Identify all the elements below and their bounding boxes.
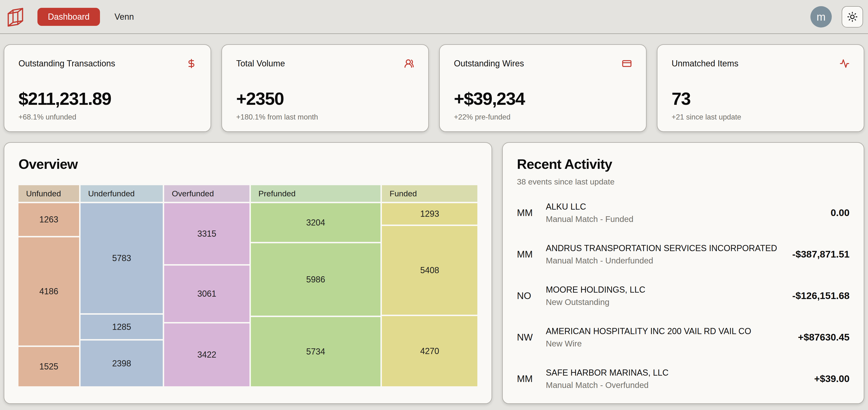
activity-icon xyxy=(840,59,849,68)
treemap-cell[interactable]: 5783 xyxy=(81,203,163,313)
activity-amount: +$39.00 xyxy=(814,373,849,384)
avatar[interactable]: m xyxy=(810,6,832,28)
activity-company-name: ALKU LLC xyxy=(546,202,821,212)
stat-card-subtext: +180.1% from last month xyxy=(236,113,414,121)
nav-venn-link[interactable]: Venn xyxy=(115,12,134,22)
stat-card: Total Volume+2350+180.1% from last month xyxy=(221,45,429,132)
activity-status: New Wire xyxy=(546,339,788,348)
activity-company-name: MOORE HOLDINGS, LLC xyxy=(546,285,783,295)
activity-item-main: SAFE HARBOR MARINAS, LLCManual Match - O… xyxy=(546,368,814,390)
credit-card-icon xyxy=(622,59,632,68)
stat-card-subtext: +21 since last update xyxy=(672,113,849,121)
app-logo-icon xyxy=(5,7,25,27)
overview-treemap: Unfunded126341861525Underfunded578312852… xyxy=(19,185,477,386)
recent-activity-panel: Recent Activity 38 events since last upd… xyxy=(502,142,864,404)
treemap-column-unfunded: Unfunded126341861525 xyxy=(19,185,79,386)
activity-list: MMALKU LLCManual Match - Funded0.00MMAND… xyxy=(517,192,849,400)
treemap-cell[interactable]: 5408 xyxy=(382,226,477,315)
treemap-cell[interactable]: 4186 xyxy=(19,237,79,346)
activity-item[interactable]: NWAMERICAN HOSPITALITY INC 200 VAIL RD V… xyxy=(517,317,849,358)
stat-card: Unmatched Items73+21 since last update xyxy=(657,45,864,132)
stat-card-value: +2350 xyxy=(236,88,414,109)
treemap-column-overfunded: Overfunded331530613422 xyxy=(164,185,249,386)
overview-panel: Overview Unfunded126341861525Underfunded… xyxy=(4,142,492,404)
treemap-cell[interactable]: 3204 xyxy=(251,203,381,242)
activity-type-badge: NO xyxy=(517,291,546,301)
main-content: Outstanding Transactions$211,231.89+68.1… xyxy=(0,34,868,404)
activity-amount: +$87630.45 xyxy=(798,332,849,343)
treemap-cell[interactable]: 4270 xyxy=(382,316,477,386)
stat-card-value: $211,231.89 xyxy=(19,88,196,109)
treemap-column-prefunded: Prefunded320459865734 xyxy=(251,185,381,386)
activity-item-main: ANDRUS TRANSPORTATION SERVICES INCORPORA… xyxy=(546,243,792,265)
treemap-cell[interactable]: 1285 xyxy=(81,315,163,339)
activity-item-main: AMERICAN HOSPITALITY INC 200 VAIL RD VAI… xyxy=(546,326,798,348)
stat-card: Outstanding Transactions$211,231.89+68.1… xyxy=(4,45,211,132)
treemap-cell[interactable]: 5986 xyxy=(251,243,381,316)
panels-row: Overview Unfunded126341861525Underfunded… xyxy=(4,142,864,404)
treemap-cell[interactable]: 3061 xyxy=(164,266,249,322)
treemap-column-header: Underfunded xyxy=(81,185,163,202)
activity-type-badge: MM xyxy=(517,249,546,260)
stat-card-title: Outstanding Wires xyxy=(454,59,524,68)
stat-card-value: 73 xyxy=(672,88,849,109)
treemap-column-underfunded: Underfunded578312852398 xyxy=(81,185,163,386)
users-icon xyxy=(404,59,414,68)
stat-card-subtext: +22% pre-funded xyxy=(454,113,632,121)
activity-type-badge: MM xyxy=(517,207,546,218)
stat-card-title: Unmatched Items xyxy=(672,59,738,68)
nav-dashboard-button[interactable]: Dashboard xyxy=(37,8,100,26)
activity-status: Manual Match - Funded xyxy=(546,214,821,224)
treemap-cell[interactable]: 2398 xyxy=(81,341,163,386)
treemap-cell[interactable]: 1293 xyxy=(382,203,477,225)
stat-card-subtext: +68.1% unfunded xyxy=(19,113,196,121)
activity-status: Manual Match - Overfunded xyxy=(546,380,805,390)
activity-item[interactable]: MMSAFE HARBOR MARINAS, LLCManual Match -… xyxy=(517,358,849,400)
sun-icon xyxy=(847,11,858,22)
stat-card-header: Unmatched Items xyxy=(672,59,849,68)
activity-status: Manual Match - Underfunded xyxy=(546,256,783,265)
activity-item-main: MOORE HOLDINGS, LLCNew Outstanding xyxy=(546,285,792,307)
activity-amount: 0.00 xyxy=(831,207,849,218)
treemap-column-funded: Funded129354084270 xyxy=(382,185,477,386)
activity-item[interactable]: MMANDRUS TRANSPORTATION SERVICES INCORPO… xyxy=(517,234,849,275)
treemap-column-header: Prefunded xyxy=(251,185,381,202)
recent-activity-subtitle: 38 events since last update xyxy=(517,177,849,186)
dollar-sign-icon xyxy=(186,59,196,68)
treemap-cell[interactable]: 3315 xyxy=(164,203,249,264)
stat-card-title: Outstanding Transactions xyxy=(19,59,115,68)
stat-cards-row: Outstanding Transactions$211,231.89+68.1… xyxy=(4,45,864,132)
theme-toggle-button[interactable] xyxy=(842,6,863,28)
stat-card-title: Total Volume xyxy=(236,59,285,68)
activity-status: New Outstanding xyxy=(546,297,783,307)
activity-item-main: ALKU LLCManual Match - Funded xyxy=(546,202,831,224)
treemap-column-header: Overfunded xyxy=(164,185,249,202)
activity-item[interactable]: MMALKU LLCManual Match - Funded0.00 xyxy=(517,192,849,234)
activity-type-badge: NW xyxy=(517,332,546,343)
activity-amount: -$387,871.51 xyxy=(792,249,849,260)
stat-card-header: Total Volume xyxy=(236,59,414,68)
recent-activity-title: Recent Activity xyxy=(517,156,849,172)
treemap-cell[interactable]: 5734 xyxy=(251,317,381,386)
treemap-cell[interactable]: 3422 xyxy=(164,323,249,386)
activity-company-name: SAFE HARBOR MARINAS, LLC xyxy=(546,368,805,378)
stat-card-header: Outstanding Transactions xyxy=(19,59,196,68)
treemap-column-header: Unfunded xyxy=(19,185,79,202)
stat-card-header: Outstanding Wires xyxy=(454,59,632,68)
treemap-cell[interactable]: 1263 xyxy=(19,203,79,236)
activity-company-name: AMERICAN HOSPITALITY INC 200 VAIL RD VAI… xyxy=(546,326,788,336)
treemap-cell[interactable]: 1525 xyxy=(19,347,79,386)
stat-card-value: +$39,234 xyxy=(454,88,632,109)
overview-title: Overview xyxy=(19,156,477,172)
activity-company-name: ANDRUS TRANSPORTATION SERVICES INCORPORA… xyxy=(546,243,783,253)
topbar: Dashboard Venn m xyxy=(0,0,868,34)
activity-item[interactable]: NOMOORE HOLDINGS, LLCNew Outstanding-$12… xyxy=(517,275,849,317)
activity-amount: -$126,151.68 xyxy=(792,290,849,301)
stat-card: Outstanding Wires+$39,234+22% pre-funded xyxy=(439,45,647,132)
activity-type-badge: MM xyxy=(517,374,546,384)
treemap-column-header: Funded xyxy=(382,185,477,202)
